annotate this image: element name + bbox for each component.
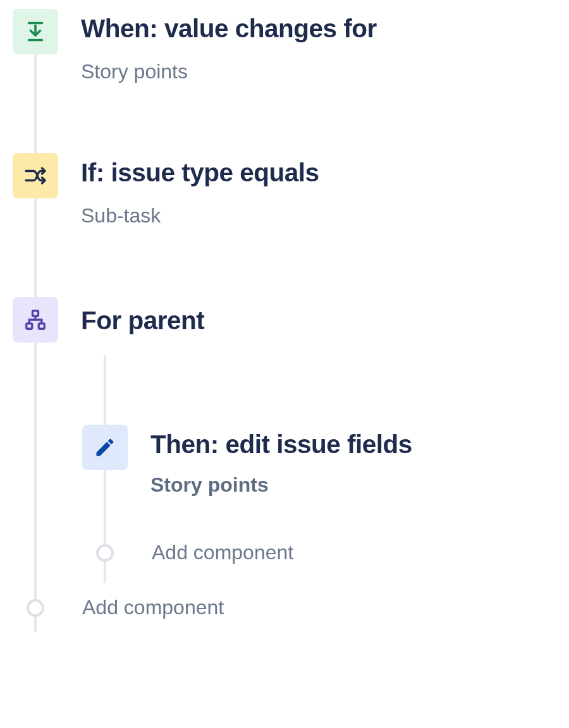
add-component-outer[interactable]: Add component: [13, 596, 556, 619]
branch-labels: For parent: [81, 297, 204, 336]
condition-title: If: issue type equals: [81, 158, 319, 188]
trigger-title: When: value changes for: [81, 14, 377, 44]
trigger-node[interactable]: When: value changes for Story points: [13, 9, 556, 153]
action-title: Then: edit issue fields: [150, 430, 412, 459]
add-component-label: Add component: [82, 596, 224, 619]
condition-icon: [13, 153, 58, 198]
connector-line: [34, 198, 37, 297]
connector-line: [34, 54, 37, 153]
action-icon: [82, 425, 128, 470]
condition-labels: If: issue type equals Sub-task: [81, 153, 319, 228]
condition-node[interactable]: If: issue type equals Sub-task: [13, 153, 556, 297]
branch-title: For parent: [81, 306, 204, 336]
trigger-icon: [13, 9, 58, 54]
action-node[interactable]: Then: edit issue fields Story points: [82, 425, 556, 541]
trigger-labels: When: value changes for Story points: [81, 9, 377, 83]
add-component-inner[interactable]: Add component: [82, 541, 556, 596]
plus-circle-icon: [27, 599, 44, 617]
branch-icon: [13, 297, 58, 343]
condition-subtitle: Sub-task: [81, 204, 319, 228]
plus-circle-icon: [96, 544, 114, 562]
branch-children: Then: edit issue fields Story points Add…: [82, 361, 556, 596]
action-subtitle: Story points: [150, 473, 412, 497]
connector-line: [34, 343, 37, 632]
trigger-subtitle: Story points: [81, 60, 377, 83]
action-labels: Then: edit issue fields Story points: [150, 425, 412, 497]
add-component-label: Add component: [152, 541, 293, 564]
automation-rule-tree: When: value changes for Story points If:…: [13, 9, 556, 619]
branch-node[interactable]: For parent: [13, 297, 556, 361]
